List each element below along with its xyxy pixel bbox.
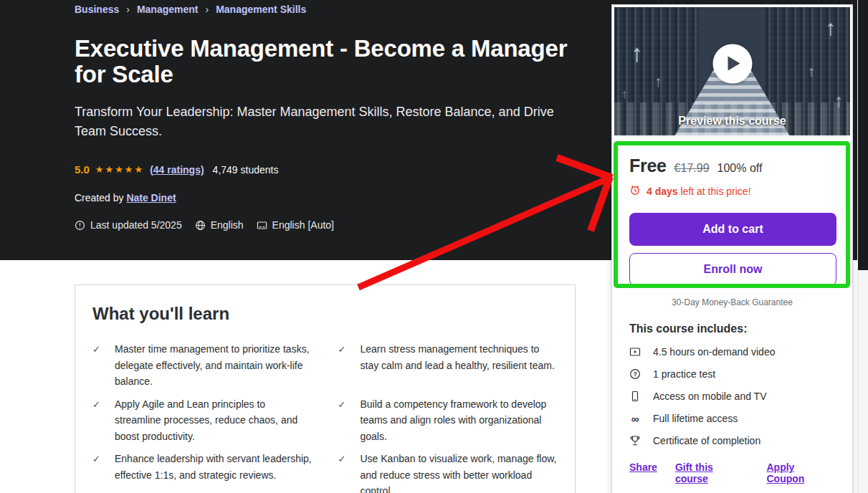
course-preview-video[interactable]: ↑ ↑ ↑ ↑ ↑ ↑ Preview this course	[614, 7, 850, 135]
chevron-right-icon: ›	[126, 4, 130, 15]
share-link[interactable]: Share	[629, 461, 657, 484]
enroll-now-button[interactable]: Enroll now	[629, 253, 836, 286]
scrollbar-track	[857, 0, 868, 493]
urgency-row: 4 days left at this price!	[629, 184, 835, 198]
gift-course-link[interactable]: Gift this course	[675, 461, 749, 484]
money-back-guarantee: 30-Day Money-Back Guarantee	[629, 297, 835, 307]
includes-item: Certificate of completion	[629, 435, 835, 446]
urgency-text: left at this price!	[680, 186, 750, 197]
learn-item-text: Use Kanban to visualize work, manage flo…	[361, 451, 558, 493]
checkmark-icon: ✓	[92, 451, 102, 493]
learn-section-title: What you'll learn	[92, 304, 558, 324]
includes-item: ∞ Full lifetime access	[629, 413, 835, 424]
urgency-days: 4 days	[647, 186, 678, 197]
checkmark-icon: ✓	[92, 396, 102, 445]
checkmark-icon: ✓	[338, 451, 348, 493]
learn-item: ✓ Master time management to prioritize t…	[92, 341, 313, 390]
last-updated-item: Last updated 5/2025	[75, 219, 182, 231]
closed-captions-icon	[257, 220, 267, 231]
includes-item-text: Access on mobile and TV	[653, 391, 767, 402]
language-item: English	[195, 219, 244, 231]
globe-icon	[195, 220, 206, 231]
page-title: Executive Management - Become a Manager …	[75, 36, 569, 87]
learn-item-text: Master time management to prioritize tas…	[115, 341, 313, 390]
ratings-count-link[interactable]: (44 ratings)	[150, 164, 204, 176]
up-arrow-icon: ↑	[808, 64, 815, 78]
instructor-link[interactable]: Nate Dinet	[126, 192, 176, 204]
learn-item: ✓ Build a competency framework to develo…	[338, 396, 558, 445]
includes-title: This course includes:	[629, 322, 835, 335]
includes-item-text: 4.5 hours on-demand video	[653, 346, 775, 358]
checkmark-icon: ✓	[338, 396, 348, 445]
infinity-icon: ∞	[629, 413, 641, 424]
breadcrumb-business[interactable]: Business	[75, 4, 119, 15]
created-by-label: Created by	[75, 192, 123, 204]
rating-value: 5.0	[75, 163, 90, 176]
includes-item: 4.5 hours on-demand video	[629, 346, 835, 358]
current-price: Free	[629, 155, 667, 176]
learn-item-text: Learn stress management techniques to st…	[361, 341, 558, 390]
captions-text: English [Auto]	[272, 219, 334, 231]
checkmark-icon: ✓	[338, 341, 348, 390]
trophy-icon	[629, 435, 641, 446]
preview-course-label: Preview this course	[614, 115, 850, 128]
last-updated-text: Last updated 5/2025	[90, 219, 182, 231]
play-button[interactable]	[712, 44, 752, 83]
course-includes-section: This course includes: 4.5 hours on-deman…	[612, 307, 852, 446]
up-arrow-icon: ↑	[834, 92, 844, 110]
captions-item: English [Auto]	[257, 219, 334, 231]
add-to-cart-button[interactable]: Add to cart	[629, 213, 836, 246]
learn-item: ✓ Use Kanban to visualize work, manage f…	[338, 451, 558, 493]
purchase-sidebar-card: ↑ ↑ ↑ ↑ ↑ ↑ Preview this course Free €17…	[611, 4, 853, 493]
play-icon	[728, 57, 740, 71]
includes-item: ? 1 practice test	[629, 368, 835, 380]
includes-item-text: 1 practice test	[653, 368, 715, 380]
discount-percent: 100% off	[717, 162, 763, 175]
breadcrumb-management-skills[interactable]: Management Skills	[216, 4, 306, 15]
students-count: 4,749 students	[213, 164, 279, 176]
up-arrow-icon: ↑	[654, 74, 662, 89]
alarm-clock-icon	[629, 184, 641, 198]
up-arrow-icon: ↑	[825, 17, 836, 39]
breadcrumb-management[interactable]: Management	[137, 4, 199, 15]
chevron-right-icon: ›	[206, 4, 209, 15]
learn-item: ✓ Apply Agile and Lean principles to str…	[92, 396, 313, 445]
checkmark-icon: ✓	[92, 341, 102, 390]
mobile-icon	[629, 391, 641, 402]
includes-item-text: Certificate of completion	[653, 435, 760, 446]
learn-item: ✓ Enhance leadership with servant leader…	[92, 451, 313, 493]
course-subtitle: Transform Your Leadership: Master Manage…	[75, 102, 580, 141]
apply-coupon-link[interactable]: Apply Coupon	[766, 461, 835, 484]
alert-circle-icon	[75, 220, 85, 231]
svg-text:?: ?	[633, 370, 636, 378]
learn-item: ✓ Learn stress management techniques to …	[338, 341, 558, 390]
what-youll-learn-card: What you'll learn ✓ Master time manageme…	[75, 284, 576, 493]
up-arrow-icon: ↑	[631, 41, 643, 65]
language-text: English	[211, 219, 244, 231]
star-rating-icons: ★★★★★	[95, 164, 144, 175]
learn-grid: ✓ Master time management to prioritize t…	[92, 341, 558, 493]
original-price: €17.99	[674, 162, 710, 175]
question-icon: ?	[629, 368, 641, 380]
learn-item-text: Apply Agile and Lean principles to strea…	[115, 396, 313, 445]
video-icon	[629, 346, 641, 358]
learn-item-text: Enhance leadership with servant leadersh…	[115, 451, 313, 493]
scrollbar-thumb[interactable]	[858, 0, 868, 270]
price-section: Free €17.99 100% off 4 days left at this…	[612, 138, 852, 307]
learn-item-text: Build a competency framework to develop …	[361, 396, 558, 445]
includes-item-text: Full lifetime access	[653, 413, 738, 424]
includes-item: Access on mobile and TV	[629, 391, 835, 402]
sidebar-links-row: Share Gift this course Apply Coupon	[612, 446, 852, 484]
up-arrow-icon: ↑	[621, 88, 628, 100]
